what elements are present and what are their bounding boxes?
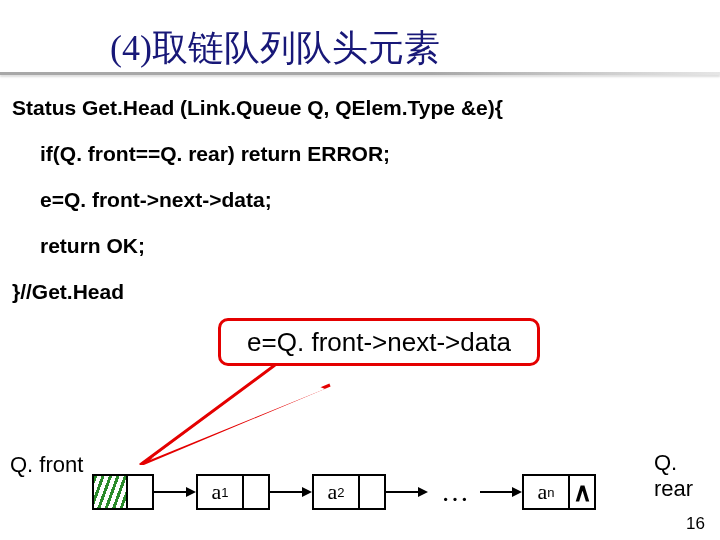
slide: (4)取链队列队头元素 Status Get.Head (Link.Queue …	[0, 0, 720, 540]
node-a1: a1	[196, 474, 270, 510]
code-line-5: }//Get.Head	[12, 280, 124, 304]
arrow-3	[386, 474, 428, 510]
node-a2: a2	[312, 474, 386, 510]
code-line-3: e=Q. front->next->data;	[40, 188, 272, 212]
callout-text: e=Q. front->next->data	[247, 327, 511, 358]
code-line-2: if(Q. front==Q. rear) return ERROR;	[40, 142, 390, 166]
head-data-cell	[92, 474, 128, 510]
callout-box: e=Q. front->next->data	[218, 318, 540, 366]
a2-letter: a	[328, 479, 338, 505]
svg-marker-3	[302, 487, 312, 497]
svg-marker-5	[418, 487, 428, 497]
ptr-a2	[360, 474, 386, 510]
head-ptr-cell	[128, 474, 154, 510]
data-a1: a1	[196, 474, 244, 510]
a1-sub: 1	[221, 485, 228, 500]
ptr-a1	[244, 474, 270, 510]
page-number: 16	[686, 514, 705, 534]
label-qrear: Q. rear	[654, 450, 720, 502]
code-line-1: Status Get.Head (Link.Queue Q, QElem.Typ…	[12, 96, 503, 120]
label-qfront: Q. front	[10, 452, 83, 478]
code-line-4: return OK;	[40, 234, 145, 258]
svg-marker-1	[186, 487, 196, 497]
head-node	[92, 474, 154, 510]
arrow-2	[270, 474, 312, 510]
slide-title: (4)取链队列队头元素	[110, 24, 440, 73]
an-letter: a	[538, 479, 548, 505]
callout-tail	[130, 365, 350, 465]
node-an: an ∧	[522, 474, 596, 510]
arrow-4	[480, 474, 522, 510]
title-underline	[0, 72, 720, 75]
data-an: an	[522, 474, 570, 510]
a2-sub: 2	[337, 485, 344, 500]
arrow-1	[154, 474, 196, 510]
an-sub: n	[547, 485, 554, 500]
a1-letter: a	[212, 479, 222, 505]
svg-marker-7	[512, 487, 522, 497]
data-a2: a2	[312, 474, 360, 510]
null-symbol: ∧	[573, 477, 592, 508]
ellipsis: …	[428, 476, 480, 508]
linked-list: a1 a2 … an ∧	[92, 472, 596, 512]
ptr-an-null: ∧	[570, 474, 596, 510]
